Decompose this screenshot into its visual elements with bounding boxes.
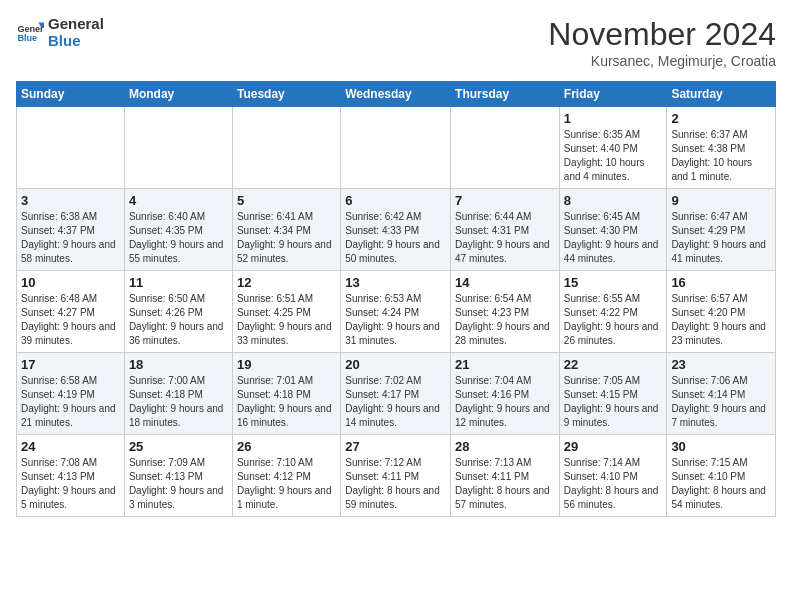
calendar-cell: 25Sunrise: 7:09 AM Sunset: 4:13 PM Dayli… (124, 435, 232, 517)
day-number: 12 (237, 275, 336, 290)
day-number: 23 (671, 357, 771, 372)
day-number: 27 (345, 439, 446, 454)
day-number: 22 (564, 357, 663, 372)
calendar-cell (341, 107, 451, 189)
calendar-cell (17, 107, 125, 189)
day-info: Sunrise: 6:44 AM Sunset: 4:31 PM Dayligh… (455, 210, 555, 266)
calendar-cell: 2Sunrise: 6:37 AM Sunset: 4:38 PM Daylig… (667, 107, 776, 189)
calendar-cell: 15Sunrise: 6:55 AM Sunset: 4:22 PM Dayli… (559, 271, 667, 353)
day-number: 2 (671, 111, 771, 126)
day-number: 8 (564, 193, 663, 208)
calendar-cell (451, 107, 560, 189)
day-info: Sunrise: 6:45 AM Sunset: 4:30 PM Dayligh… (564, 210, 663, 266)
day-info: Sunrise: 7:10 AM Sunset: 4:12 PM Dayligh… (237, 456, 336, 512)
logo-line2: Blue (48, 33, 104, 50)
calendar-week-3: 10Sunrise: 6:48 AM Sunset: 4:27 PM Dayli… (17, 271, 776, 353)
day-info: Sunrise: 6:42 AM Sunset: 4:33 PM Dayligh… (345, 210, 446, 266)
calendar-cell: 27Sunrise: 7:12 AM Sunset: 4:11 PM Dayli… (341, 435, 451, 517)
calendar-cell: 16Sunrise: 6:57 AM Sunset: 4:20 PM Dayli… (667, 271, 776, 353)
day-info: Sunrise: 7:04 AM Sunset: 4:16 PM Dayligh… (455, 374, 555, 430)
day-info: Sunrise: 6:37 AM Sunset: 4:38 PM Dayligh… (671, 128, 771, 184)
calendar-cell: 22Sunrise: 7:05 AM Sunset: 4:15 PM Dayli… (559, 353, 667, 435)
weekday-header-monday: Monday (124, 82, 232, 107)
day-info: Sunrise: 6:38 AM Sunset: 4:37 PM Dayligh… (21, 210, 120, 266)
day-number: 30 (671, 439, 771, 454)
day-number: 16 (671, 275, 771, 290)
calendar-cell: 28Sunrise: 7:13 AM Sunset: 4:11 PM Dayli… (451, 435, 560, 517)
day-info: Sunrise: 6:48 AM Sunset: 4:27 PM Dayligh… (21, 292, 120, 348)
calendar-week-4: 17Sunrise: 6:58 AM Sunset: 4:19 PM Dayli… (17, 353, 776, 435)
day-number: 11 (129, 275, 228, 290)
weekday-header-row: SundayMondayTuesdayWednesdayThursdayFrid… (17, 82, 776, 107)
day-info: Sunrise: 7:06 AM Sunset: 4:14 PM Dayligh… (671, 374, 771, 430)
weekday-header-saturday: Saturday (667, 82, 776, 107)
calendar-cell: 3Sunrise: 6:38 AM Sunset: 4:37 PM Daylig… (17, 189, 125, 271)
day-number: 10 (21, 275, 120, 290)
day-info: Sunrise: 6:41 AM Sunset: 4:34 PM Dayligh… (237, 210, 336, 266)
day-info: Sunrise: 6:40 AM Sunset: 4:35 PM Dayligh… (129, 210, 228, 266)
day-info: Sunrise: 7:14 AM Sunset: 4:10 PM Dayligh… (564, 456, 663, 512)
header: General Blue General Blue November 2024 … (16, 16, 776, 69)
day-info: Sunrise: 6:58 AM Sunset: 4:19 PM Dayligh… (21, 374, 120, 430)
day-number: 28 (455, 439, 555, 454)
day-info: Sunrise: 6:50 AM Sunset: 4:26 PM Dayligh… (129, 292, 228, 348)
calendar-week-1: 1Sunrise: 6:35 AM Sunset: 4:40 PM Daylig… (17, 107, 776, 189)
day-info: Sunrise: 7:13 AM Sunset: 4:11 PM Dayligh… (455, 456, 555, 512)
logo-line1: General (48, 16, 104, 33)
day-info: Sunrise: 6:53 AM Sunset: 4:24 PM Dayligh… (345, 292, 446, 348)
weekday-header-thursday: Thursday (451, 82, 560, 107)
calendar-week-5: 24Sunrise: 7:08 AM Sunset: 4:13 PM Dayli… (17, 435, 776, 517)
calendar-cell: 5Sunrise: 6:41 AM Sunset: 4:34 PM Daylig… (232, 189, 340, 271)
day-info: Sunrise: 6:57 AM Sunset: 4:20 PM Dayligh… (671, 292, 771, 348)
day-info: Sunrise: 7:00 AM Sunset: 4:18 PM Dayligh… (129, 374, 228, 430)
day-info: Sunrise: 6:51 AM Sunset: 4:25 PM Dayligh… (237, 292, 336, 348)
day-number: 14 (455, 275, 555, 290)
calendar-cell: 18Sunrise: 7:00 AM Sunset: 4:18 PM Dayli… (124, 353, 232, 435)
calendar-cell: 19Sunrise: 7:01 AM Sunset: 4:18 PM Dayli… (232, 353, 340, 435)
svg-text:Blue: Blue (17, 33, 37, 43)
weekday-header-tuesday: Tuesday (232, 82, 340, 107)
weekday-header-sunday: Sunday (17, 82, 125, 107)
day-info: Sunrise: 7:01 AM Sunset: 4:18 PM Dayligh… (237, 374, 336, 430)
day-number: 17 (21, 357, 120, 372)
day-info: Sunrise: 7:05 AM Sunset: 4:15 PM Dayligh… (564, 374, 663, 430)
calendar-cell: 23Sunrise: 7:06 AM Sunset: 4:14 PM Dayli… (667, 353, 776, 435)
calendar-cell: 29Sunrise: 7:14 AM Sunset: 4:10 PM Dayli… (559, 435, 667, 517)
location-subtitle: Kursanec, Megimurje, Croatia (548, 53, 776, 69)
day-number: 7 (455, 193, 555, 208)
day-info: Sunrise: 6:54 AM Sunset: 4:23 PM Dayligh… (455, 292, 555, 348)
calendar-cell: 11Sunrise: 6:50 AM Sunset: 4:26 PM Dayli… (124, 271, 232, 353)
day-info: Sunrise: 7:02 AM Sunset: 4:17 PM Dayligh… (345, 374, 446, 430)
calendar-cell (232, 107, 340, 189)
month-title: November 2024 (548, 16, 776, 53)
calendar-cell: 14Sunrise: 6:54 AM Sunset: 4:23 PM Dayli… (451, 271, 560, 353)
calendar-table: SundayMondayTuesdayWednesdayThursdayFrid… (16, 81, 776, 517)
calendar-cell: 13Sunrise: 6:53 AM Sunset: 4:24 PM Dayli… (341, 271, 451, 353)
day-number: 19 (237, 357, 336, 372)
calendar-cell: 21Sunrise: 7:04 AM Sunset: 4:16 PM Dayli… (451, 353, 560, 435)
calendar-cell (124, 107, 232, 189)
calendar-cell: 8Sunrise: 6:45 AM Sunset: 4:30 PM Daylig… (559, 189, 667, 271)
day-number: 6 (345, 193, 446, 208)
calendar-cell: 7Sunrise: 6:44 AM Sunset: 4:31 PM Daylig… (451, 189, 560, 271)
calendar-cell: 17Sunrise: 6:58 AM Sunset: 4:19 PM Dayli… (17, 353, 125, 435)
day-number: 25 (129, 439, 228, 454)
calendar-cell: 1Sunrise: 6:35 AM Sunset: 4:40 PM Daylig… (559, 107, 667, 189)
calendar-cell: 9Sunrise: 6:47 AM Sunset: 4:29 PM Daylig… (667, 189, 776, 271)
calendar-cell: 6Sunrise: 6:42 AM Sunset: 4:33 PM Daylig… (341, 189, 451, 271)
day-info: Sunrise: 6:47 AM Sunset: 4:29 PM Dayligh… (671, 210, 771, 266)
day-info: Sunrise: 6:55 AM Sunset: 4:22 PM Dayligh… (564, 292, 663, 348)
day-number: 4 (129, 193, 228, 208)
day-number: 15 (564, 275, 663, 290)
calendar-cell: 30Sunrise: 7:15 AM Sunset: 4:10 PM Dayli… (667, 435, 776, 517)
day-number: 9 (671, 193, 771, 208)
day-number: 3 (21, 193, 120, 208)
weekday-header-friday: Friday (559, 82, 667, 107)
logo: General Blue General Blue (16, 16, 104, 49)
calendar-cell: 26Sunrise: 7:10 AM Sunset: 4:12 PM Dayli… (232, 435, 340, 517)
day-info: Sunrise: 7:08 AM Sunset: 4:13 PM Dayligh… (21, 456, 120, 512)
day-info: Sunrise: 6:35 AM Sunset: 4:40 PM Dayligh… (564, 128, 663, 184)
weekday-header-wednesday: Wednesday (341, 82, 451, 107)
day-number: 18 (129, 357, 228, 372)
day-number: 21 (455, 357, 555, 372)
